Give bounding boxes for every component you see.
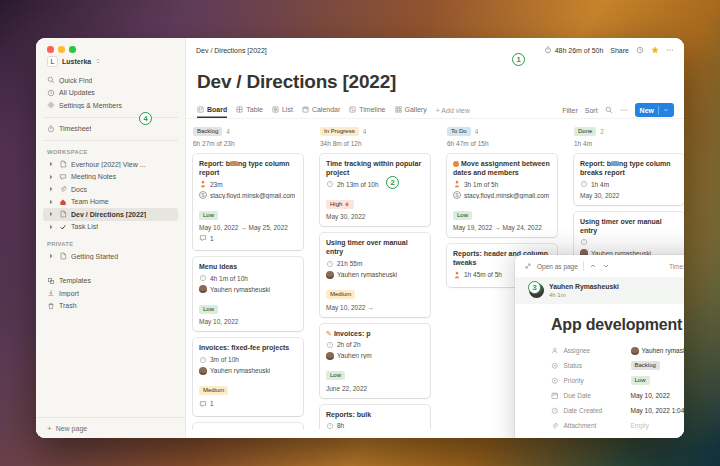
card-date: May 10, 2022 → xyxy=(326,304,424,311)
clock-icon xyxy=(47,89,55,97)
board-column-backlog: Backlog46h 27m of 23hReport: billing typ… xyxy=(193,127,303,429)
card-title: ✎Invoices: p xyxy=(326,329,424,338)
board-card[interactable]: Move assignment between dates and member… xyxy=(447,154,557,237)
tab-gallery[interactable]: Gallery xyxy=(395,102,427,118)
priority-badge: Low xyxy=(199,211,218,220)
close-window-icon[interactable] xyxy=(47,46,54,53)
card-date: May 10, 2022 xyxy=(199,318,297,325)
timer-idle-icon xyxy=(580,238,588,246)
maximize-window-icon[interactable] xyxy=(69,46,76,53)
board-card[interactable]: Internal projects: assignee2h of 3hSstac… xyxy=(193,423,303,429)
sidebar-item-label: Meeting Notes xyxy=(71,173,116,180)
property-label: Due Date xyxy=(564,392,626,399)
workspace-switcher[interactable]: L Lusterka xyxy=(43,54,178,68)
sidebar-item-settings-members[interactable]: Settings & Members xyxy=(43,99,178,112)
tab-board[interactable]: Board xyxy=(197,102,227,118)
column-time-summary: 34h 8m of 12h xyxy=(320,140,430,147)
sidebar-item-everhour-2022-view[interactable]: Everhour [2022] View ... xyxy=(43,158,178,171)
sidebar-item-docs[interactable]: Docs xyxy=(43,183,178,196)
modal-header: Open as page Time: 4h 1m Estimate: 10h S… xyxy=(515,255,684,277)
page-title: Dev / Directions [2022] xyxy=(197,71,684,93)
avatar xyxy=(199,367,207,375)
search-icon[interactable] xyxy=(605,106,613,114)
tab-table[interactable]: Table xyxy=(236,102,263,118)
property-value[interactable]: Empty xyxy=(631,422,649,429)
sidebar-item-label: Everhour [2022] View ... xyxy=(71,161,146,168)
card-tracked-time: 2h of 2h xyxy=(337,341,361,348)
column-name-badge: In Progress xyxy=(320,127,359,136)
sort-button[interactable]: Sort xyxy=(585,107,598,114)
board-card[interactable]: Reports: bulk8hYauhen rymJune 29, 2022 xyxy=(320,405,430,429)
tab-label: List xyxy=(282,106,293,113)
board-card[interactable]: ✎Invoices: p2h of 2hYauhen rymLowJune 22… xyxy=(320,324,430,398)
board-card[interactable]: Using timer over manual entry21h 55mYauh… xyxy=(320,233,430,316)
property-value[interactable]: Low xyxy=(631,376,650,385)
add-view-button[interactable]: + Add view xyxy=(436,107,470,114)
board-card[interactable]: Time tracking within popular project2h 1… xyxy=(320,154,430,226)
everhour-page-timer[interactable]: 48h 26m of 50h xyxy=(544,46,604,54)
avatar xyxy=(326,352,334,360)
board-card[interactable]: Report: billing type column breaks repor… xyxy=(574,154,684,205)
view-more-icon[interactable] xyxy=(620,106,628,114)
sidebar-item-quick-find[interactable]: Quick Find xyxy=(43,74,178,87)
property-label: Attachment xyxy=(564,422,626,429)
prev-task-icon[interactable] xyxy=(589,262,597,270)
property-value[interactable]: Yauhen rymasheuski xyxy=(631,347,685,355)
board-card[interactable]: Invoices: fixed-fee projects3m of 10hYau… xyxy=(193,338,303,415)
property-row-priority: PriorityLow xyxy=(551,373,684,388)
property-row-attachment: AttachmentEmpty xyxy=(551,418,684,433)
card-assignee: stacy.floyd.minsk@gmail.com xyxy=(210,192,295,199)
timer-active-icon xyxy=(453,271,461,279)
minimize-window-icon[interactable] xyxy=(58,46,65,53)
open-as-page-button[interactable]: Open as page xyxy=(537,263,578,270)
property-value[interactable]: May 10, 2022 1:04 PM xyxy=(631,407,685,414)
sidebar-item-import[interactable]: Import xyxy=(43,287,178,300)
new-button[interactable]: New xyxy=(635,103,674,117)
app-window: L Lusterka Quick FindAll UpdatesSettings… xyxy=(36,38,684,438)
workspace-logo: L xyxy=(47,56,58,67)
tab-label: Table xyxy=(246,106,263,113)
column-card-count: 2 xyxy=(600,128,604,135)
sidebar-item-dev-directions-2022[interactable]: Dev / Directions [2022] xyxy=(43,208,178,221)
property-value[interactable]: Backlog xyxy=(631,361,660,370)
more-options-icon[interactable] xyxy=(666,46,674,54)
sidebar-item-meeting-notes[interactable]: Meeting Notes xyxy=(43,171,178,184)
new-page-label: New page xyxy=(56,425,88,432)
tab-timeline[interactable]: Timeline xyxy=(349,102,385,118)
sidebar-item-templates[interactable]: Templates xyxy=(43,275,178,288)
status-badge: Backlog xyxy=(631,361,660,370)
open-as-page-icon[interactable] xyxy=(524,262,532,270)
caret-right-icon xyxy=(47,210,55,218)
card-tracked-time: 1h 45m of 5h xyxy=(464,271,502,278)
new-page-button[interactable]: + New page xyxy=(36,417,185,438)
board-card[interactable]: Menu ideas4h 1m of 10hYauhen rymasheuski… xyxy=(193,257,303,331)
timer-idle-icon xyxy=(199,356,207,364)
tab-calendar[interactable]: Calendar xyxy=(302,102,340,118)
sidebar-item-timesheet[interactable]: Timesheet xyxy=(43,123,178,136)
time-tracked[interactable]: Time: 4h 1m xyxy=(669,263,684,270)
property-value[interactable]: Empty xyxy=(631,437,649,438)
property-label: Date Created xyxy=(564,407,626,414)
sidebar-item-team-home[interactable]: Team Home xyxy=(43,196,178,209)
divider xyxy=(43,140,178,141)
sidebar-item-trash[interactable]: Trash xyxy=(43,300,178,313)
filter-button[interactable]: Filter xyxy=(562,107,578,114)
window-controls xyxy=(47,46,76,53)
favorite-star-icon[interactable] xyxy=(651,46,659,54)
sidebar-item-task-list[interactable]: Task List xyxy=(43,221,178,234)
updates-icon[interactable] xyxy=(636,46,644,54)
tab-list[interactable]: List xyxy=(272,102,293,118)
sidebar-item-all-updates[interactable]: All Updates xyxy=(43,87,178,100)
property-row-due-date: Due DateMay 10, 2022 xyxy=(551,388,684,403)
workspace-section-label: WORKSPACE xyxy=(47,149,174,155)
sidebar-item-getting-started[interactable]: Getting Started xyxy=(43,250,178,263)
breadcrumb[interactable]: Dev / Directions [2022] xyxy=(196,47,267,54)
timer-icon xyxy=(544,46,552,54)
task-modal: Open as page Time: 4h 1m Estimate: 10h S… xyxy=(515,255,684,438)
property-value[interactable]: May 10, 2022 xyxy=(631,392,670,399)
paperclip-icon xyxy=(551,422,559,430)
priority-badge: Medium xyxy=(326,290,355,299)
next-task-icon[interactable] xyxy=(602,262,610,270)
share-button[interactable]: Share xyxy=(610,47,629,54)
board-card[interactable]: Report: billing type column report23mSst… xyxy=(193,154,303,250)
